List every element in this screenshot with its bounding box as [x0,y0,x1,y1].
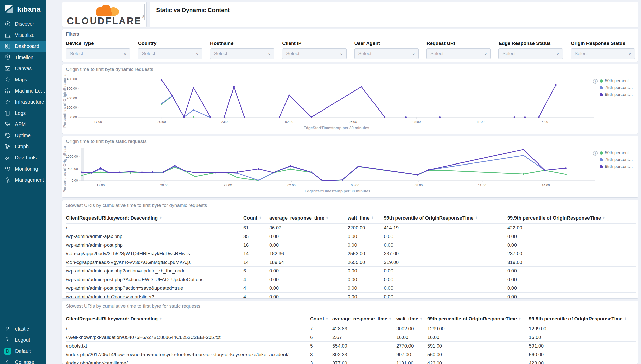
ml-dots-icon [4,87,11,94]
table-row: /robots.txt 5 554.00 2770.00 591.00 591.… [66,341,636,350]
legend-item[interactable]: 95th percent… [600,92,633,97]
sidebar-item-maps[interactable]: Maps [0,74,46,85]
sidebar-item-collapse[interactable]: Collapse [0,357,46,364]
bar-chart-icon [4,32,11,38]
chart-static-requests-panel: Origin time to first byte static request… [62,136,638,198]
column-header[interactable]: average_response_time ▲▼ [269,215,348,221]
filter-select[interactable]: Select... ∨ [354,48,419,59]
svg-text:1000.00: 1000.00 [66,155,78,158]
svg-text:17:00: 17:00 [94,120,102,124]
page-title: Static vs Dynamic Content [156,7,230,14]
cell-count: 61 [243,225,269,231]
legend-item[interactable]: 75th percent… [600,85,633,90]
svg-text:EdgeStartTimestamp per 30 minu: EdgeStartTimestamp per 30 minutes [304,125,369,130]
filter-select[interactable]: Select... ∨ [426,48,491,59]
cell-count: 4 [243,285,269,291]
svg-text:05:00: 05:00 [351,183,359,187]
sidebar-item-monitoring[interactable]: Monitoring [0,163,46,174]
select-placeholder: Select... [214,51,232,57]
sidebar-item-logout[interactable]: Logout [0,334,46,345]
svg-text:300.00: 300.00 [67,87,77,90]
cell-p99: 0.00 [384,242,507,248]
column-header[interactable]: Count ▲▼ [310,316,332,322]
filter-control: Edge Response Status Select... ∨ [498,41,563,59]
cell-average-response-time: 0.00 [269,285,348,291]
legend-item[interactable]: 50th percent… [600,78,633,83]
cloudflare-logo: CLOUDFLARE® [62,2,146,27]
filter-select[interactable]: Select... ∨ [282,48,346,59]
svg-text:400.00: 400.00 [67,77,77,81]
chart-legend: ❯ 50th percent… 75th percent… [593,78,633,97]
column-header[interactable]: wait_time ▲▼ [348,215,384,221]
table-body: / 61 36.07 2200.00 414.19 422.00 /wp-adm… [66,223,636,299]
svg-text:14:00: 14:00 [542,183,550,187]
svg-text:14:00: 14:00 [540,120,548,124]
filter-label: Request URI [426,41,491,46]
column-header[interactable]: 99.9th percentile of OriginResponseTime … [529,316,636,322]
cell-p999: 0.00 [507,277,636,282]
legend-item[interactable]: 95th percent… [600,164,633,169]
cell-average-response-time: 0.00 [269,268,348,274]
legend-toggle-icon[interactable]: ❯ [593,151,598,156]
cloudflare-wordmark: CLOUDFLARE® [67,16,142,26]
cell-uri: / [66,225,243,231]
column-header[interactable]: average_response_time ▲▼ [332,316,396,322]
sidebar-item-graph[interactable]: Graph [0,141,46,152]
filter-select[interactable]: Select... ∨ [571,48,635,59]
sort-icon: ▲▼ [389,317,391,320]
sidebar-item-elastic-user[interactable]: elastic [0,323,46,334]
dashboard-title-panel: Static vs Dynamic Content [150,2,638,27]
column-header[interactable]: ClientRequestURI.keyword: Descending ▲▼ [66,316,310,322]
filter-control: Device Type Select... ∨ [66,41,130,59]
sidebar-item-apm[interactable]: APM [0,119,46,130]
filter-select[interactable]: Select... ∨ [498,48,563,59]
svg-text:08:00: 08:00 [413,120,421,124]
sidebar-item-logs[interactable]: Logs [0,107,46,119]
legend-item[interactable]: 75th percent… [600,157,633,162]
column-header[interactable]: wait_time ▲▼ [396,316,427,322]
legend-item[interactable]: 50th percent… [600,150,633,155]
svg-text:23:00: 23:00 [224,183,232,187]
cell-count: 6 [310,335,332,340]
filters-panel: Filters Device Type Select... ∨ Country … [62,29,638,62]
sidebar-item-canvas[interactable]: Canvas [0,63,46,74]
static-requests-line-chart[interactable]: 0.00500.001000.0017:0020:0023:0002:0005:… [62,146,638,198]
filter-label: User Agent [354,41,419,46]
table-title: Slowest URIs by cumulative time to first… [66,303,200,309]
filter-select[interactable]: Select... ∨ [138,48,202,59]
svg-text:17:00: 17:00 [97,183,105,187]
sidebar-item-infrastructure[interactable]: Infrastructure [0,96,46,107]
sidebar-item-discover[interactable]: Discover [0,18,46,29]
table-header-row: ClientRequestURI.keyword: Descending ▲▼ … [66,314,636,324]
filter-control: Client IP Select... ∨ [282,41,346,59]
dynamic-requests-line-chart[interactable]: 0.00100.00200.00300.00400.0017:0020:0023… [62,74,638,134]
legend-toggle-icon[interactable]: ❯ [593,79,598,84]
sidebar-item-default-space[interactable]: D Default [0,345,46,357]
sort-icon: ▲▼ [371,216,374,219]
column-header[interactable]: ClientRequestURI.keyword: Descending ▲▼ [66,215,243,221]
column-header[interactable]: 99.9th percentile of OriginResponseTime … [507,215,636,221]
chevron-down-icon: ∨ [340,52,343,56]
sidebar-item-timelion[interactable]: Timelion [0,52,46,63]
sidebar-item-visualize[interactable]: Visualize [0,29,46,41]
kibana-dashboard-app: kibana Discover Visualize Dashboard Time… [0,0,641,364]
legend-color-dot [600,86,603,89]
kibana-logo[interactable]: kibana [0,0,46,18]
cell-average-response-time: 2.67 [332,335,396,340]
sidebar-item-uptime[interactable]: Uptime [0,130,46,141]
filters-grid: Device Type Select... ∨ Country Select..… [66,41,635,59]
cell-uri: /wp-admin/admin-post.php [66,242,243,248]
panel-scrollbar[interactable] [144,4,145,20]
column-header[interactable]: 99th percentile of OriginResponseTime ▲▼ [427,316,529,322]
column-header[interactable]: Count ▲▼ [243,215,269,221]
cell-uri: /cdn-cgi/apps/head/xVgyKhR-vV3dAUGhMqfBc… [66,260,243,265]
cell-p99: 16.00 [427,335,529,340]
svg-text:Percentiles of OriginResponseT: Percentiles of OriginResponseTi [62,74,67,128]
sidebar-item-management[interactable]: Management [0,174,46,186]
sidebar-item-dashboard[interactable]: Dashboard [0,41,46,52]
sidebar-item-dev-tools[interactable]: Dev Tools [0,152,46,163]
filter-select[interactable]: Select... ∨ [210,48,274,59]
sidebar-item-machine-learning[interactable]: Machine Le… [0,85,46,96]
filter-select[interactable]: Select... ∨ [66,48,130,59]
column-header[interactable]: 99th percentile of OriginResponseTime ▲▼ [384,215,507,221]
